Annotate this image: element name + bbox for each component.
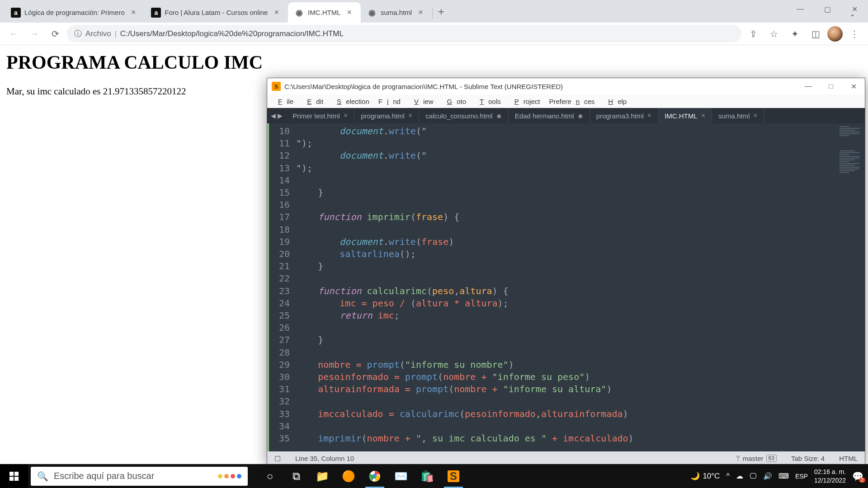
favicon-alura-icon: a	[11, 8, 21, 18]
menu-goto[interactable]: Goto	[438, 95, 471, 108]
sublime-window: S C:\Users\Mar\Desktop\logica de program…	[267, 78, 865, 465]
tray-onedrive-icon[interactable]: ☁	[736, 472, 743, 480]
browser-tab-strip: a Lógica de programación: Primero × a Fo…	[0, 0, 868, 23]
close-icon[interactable]: ×	[647, 112, 651, 120]
menu-file[interactable]: File	[269, 95, 298, 108]
task-store-icon[interactable]: 🛍️	[414, 464, 440, 488]
sidepanel-icon[interactable]: ◫	[807, 25, 825, 43]
profile-avatar[interactable]	[827, 26, 843, 42]
page-heading: PROGRAMA CALCULO IMC	[6, 52, 862, 73]
task-chrome-icon[interactable]	[362, 464, 388, 488]
taskbar-pinned: ○ ⧉ 📁 🟠 ✉️ 🛍️ S	[257, 464, 467, 488]
browser-tab[interactable]: ◉ suma.html ×	[361, 2, 432, 23]
system-tray: 🌙10°C ^ ☁ 🖵 🔊 ⌨ ESP 02:16 a. m. 12/12/20…	[690, 468, 868, 484]
dirty-icon: ●	[578, 111, 583, 120]
close-icon[interactable]: ×	[271, 7, 282, 18]
task-sublime-icon[interactable]: S	[440, 464, 467, 488]
close-icon[interactable]: ×	[415, 7, 426, 18]
sublime-window-controls: — □ ✕	[797, 78, 865, 94]
sublime-titlebar[interactable]: S C:\Users\Mar\Desktop\logica de program…	[267, 78, 865, 94]
tab-title: IMC.HTML	[308, 9, 341, 16]
star-icon[interactable]: ☆	[765, 25, 783, 43]
browser-tab[interactable]: a Foro | Alura Latam - Cursos online ×	[145, 2, 288, 23]
editor-area[interactable]: 1011121314151617181920212223242526272829…	[267, 123, 865, 451]
editor-tab-active[interactable]: IMC.HTML×	[658, 108, 712, 123]
menu-help[interactable]: Help	[599, 95, 631, 108]
sublime-tab-bar: ◀ ▶ Primer test.html× programa.html× cal…	[267, 108, 865, 123]
editor-tab[interactable]: programa3.html×	[590, 108, 658, 123]
minimize-icon[interactable]: —	[787, 0, 814, 18]
tray-keyboard-icon[interactable]: ⌨	[778, 472, 789, 480]
editor-tab[interactable]: Edad hermano.html●	[509, 108, 590, 123]
close-icon[interactable]: ×	[753, 112, 757, 120]
menu-find[interactable]: Find	[374, 95, 405, 108]
tray-notifications[interactable]: 💬2	[852, 471, 863, 482]
browser-tab-active[interactable]: ◉ IMC.HTML ×	[288, 2, 361, 23]
task-explorer-icon[interactable]: 📁	[309, 464, 335, 488]
tray-volume-icon[interactable]: 🔊	[763, 472, 772, 480]
sublime-menu-bar: File Edit Selection Find View Goto Tools…	[267, 94, 865, 108]
task-cortana-icon[interactable]: ○	[257, 464, 283, 488]
favicon-alura-icon: a	[151, 8, 161, 18]
windows-taskbar: 🔍 Escribe aquí para buscar ○ ⧉ 📁 🟠 ✉️ 🛍️…	[0, 464, 868, 488]
start-button[interactable]	[0, 464, 28, 488]
close-icon[interactable]: ×	[128, 7, 139, 18]
dirty-icon: ●	[496, 111, 502, 120]
menu-edit[interactable]: Edit	[298, 95, 328, 108]
share-icon[interactable]: ⇪	[744, 25, 762, 43]
status-sidebar-toggle[interactable]: ▢	[267, 454, 288, 462]
taskbar-search[interactable]: 🔍 Escribe aquí para buscar	[31, 467, 248, 486]
tray-weather[interactable]: 🌙10°C	[690, 471, 720, 481]
menu-project[interactable]: Project	[505, 95, 545, 108]
status-position[interactable]: Line 35, Column 10	[288, 455, 361, 462]
minimap[interactable]	[838, 123, 865, 451]
tab-title: suma.html	[381, 9, 412, 16]
tab-nav-arrows[interactable]: ◀ ▶	[267, 108, 286, 123]
cortana-highlights-icon	[218, 474, 241, 479]
search-placeholder: Escribe aquí para buscar	[54, 471, 154, 481]
editor-tab[interactable]: calculo_consumo.html●	[419, 108, 509, 123]
editor-tab[interactable]: suma.html×	[712, 108, 764, 123]
menu-selection[interactable]: Selection	[328, 95, 374, 108]
reload-button[interactable]: ⟳	[46, 25, 64, 43]
info-icon[interactable]: ⓘ	[74, 28, 82, 39]
menu-view[interactable]: View	[405, 95, 438, 108]
status-tab-size[interactable]: Tab Size: 4	[784, 455, 832, 462]
close-icon[interactable]: ×	[408, 112, 412, 120]
browser-tab[interactable]: a Lógica de programación: Primero ×	[5, 2, 145, 23]
sublime-title: C:\Users\Mar\Desktop\logica de programac…	[284, 83, 563, 90]
close-icon[interactable]: ×	[344, 7, 354, 18]
new-tab-button[interactable]: +	[433, 4, 450, 23]
menu-tools[interactable]: Tools	[471, 95, 505, 108]
tray-display-icon[interactable]: 🖵	[750, 472, 757, 480]
close-icon[interactable]: ×	[701, 112, 705, 120]
favicon-globe-icon: ◉	[294, 8, 304, 18]
address-prefix: Archivo	[85, 29, 111, 38]
tray-lang[interactable]: ESP	[795, 473, 808, 480]
address-bar[interactable]: ⓘ Archivo | C:/Users/Mar/Desktop/logica%…	[67, 25, 741, 42]
close-window-icon[interactable]: ✕	[842, 78, 865, 94]
code-content[interactable]: document.write(""); document.write(""); …	[294, 123, 838, 451]
maximize-icon[interactable]: □	[820, 78, 842, 94]
editor-tab[interactable]: programa.html×	[354, 108, 419, 123]
close-window-icon[interactable]: ✕	[841, 0, 868, 18]
status-branch[interactable]: ᛘ master 63	[729, 455, 784, 462]
editor-tab[interactable]: Primer test.html×	[286, 108, 354, 123]
status-syntax[interactable]: HTML	[832, 455, 865, 462]
minimize-icon[interactable]: —	[797, 78, 820, 94]
forward-button[interactable]: →	[25, 25, 43, 43]
tray-clock[interactable]: 02:16 a. m. 12/12/2022	[814, 468, 846, 484]
menu-icon[interactable]: ⋮	[845, 25, 863, 43]
task-mail-icon[interactable]: ✉️	[388, 464, 414, 488]
menu-preferences[interactable]: Preferences	[544, 95, 599, 108]
task-taskview-icon[interactable]: ⧉	[283, 464, 309, 488]
sublime-logo-icon: S	[272, 82, 281, 91]
tray-chevron-icon[interactable]: ^	[726, 472, 730, 480]
window-controls: — ▢ ✕	[787, 0, 868, 18]
extensions-icon[interactable]: ✦	[786, 25, 804, 43]
back-button[interactable]: ←	[5, 25, 23, 43]
task-browser1-icon[interactable]: 🟠	[335, 464, 362, 488]
close-icon[interactable]: ×	[344, 112, 348, 120]
favicon-globe-icon: ◉	[367, 8, 377, 18]
maximize-icon[interactable]: ▢	[814, 0, 841, 18]
